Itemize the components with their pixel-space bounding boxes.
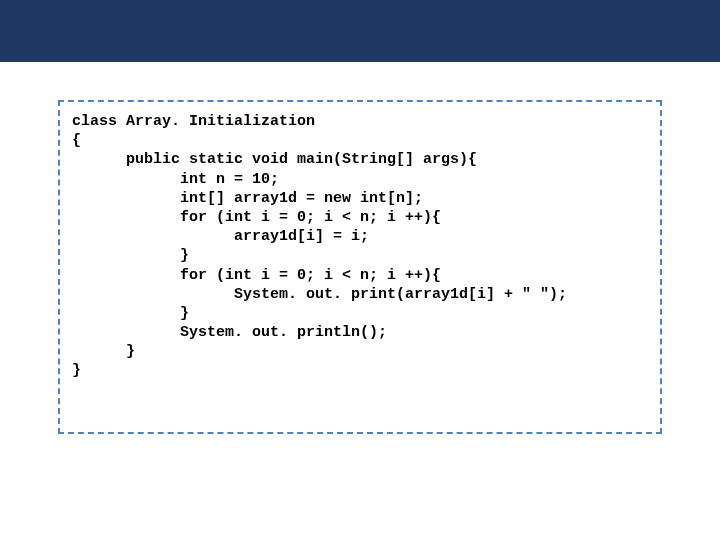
code-line: for (int i = 0; i < n; i ++){ <box>72 208 648 227</box>
slide-header-bar <box>0 0 720 62</box>
code-line: } <box>72 342 648 361</box>
code-line: array1d[i] = i; <box>72 227 648 246</box>
code-line: } <box>72 304 648 323</box>
code-line: int n = 10; <box>72 170 648 189</box>
code-line: public static void main(String[] args){ <box>72 150 648 169</box>
code-line: System. out. print(array1d[i] + " "); <box>72 285 648 304</box>
code-line: } <box>72 246 648 265</box>
code-snippet-box: class Array. Initialization { public sta… <box>58 100 662 434</box>
code-line: System. out. println(); <box>72 323 648 342</box>
code-line: { <box>72 131 648 150</box>
code-line: } <box>72 361 648 380</box>
code-line: for (int i = 0; i < n; i ++){ <box>72 266 648 285</box>
code-line: class Array. Initialization <box>72 112 648 131</box>
code-line: int[] array1d = new int[n]; <box>72 189 648 208</box>
